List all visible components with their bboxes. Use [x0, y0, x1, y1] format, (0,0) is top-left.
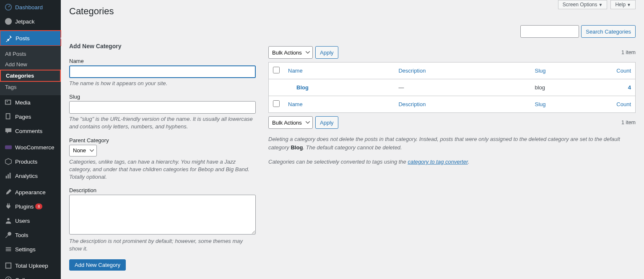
select-all-checkbox-bottom[interactable] [273, 100, 280, 107]
svg-rect-13 [6, 263, 11, 269]
collapse-icon [4, 276, 13, 279]
main-content: Screen Options▼ Help▼ Categories Search … [61, 0, 644, 279]
bulk-actions-select-top[interactable]: Bulk Actions [268, 46, 313, 59]
sidebar-item-total-upkeep[interactable]: Total Upkeep [0, 258, 61, 273]
sidebar-label: Tools [15, 232, 29, 238]
submenu-categories[interactable]: Categories [0, 70, 61, 82]
select-all-checkbox-top[interactable] [273, 67, 280, 73]
svg-rect-10 [6, 248, 11, 248]
sidebar-item-collapse[interactable]: Collapse menu [0, 273, 61, 279]
chevron-down-icon: ▼ [627, 3, 631, 7]
sidebar-item-appearance[interactable]: Appearance [0, 185, 61, 199]
category-to-tag-converter-link[interactable]: category to tag converter [408, 159, 467, 165]
sidebar-item-dashboard[interactable]: Dashboard [0, 0, 61, 14]
sidebar-item-comments[interactable]: Comments [0, 124, 61, 138]
sidebar-item-products[interactable]: Products [0, 154, 61, 169]
search-categories-input[interactable] [520, 25, 579, 38]
users-icon [4, 216, 13, 225]
col-slug[interactable]: Slug [535, 68, 545, 74]
media-icon [4, 98, 13, 107]
category-description-textarea[interactable] [69, 195, 256, 235]
submenu-all-posts[interactable]: All Posts [0, 49, 61, 59]
tools-icon [4, 231, 13, 239]
pages-icon [4, 112, 13, 121]
apply-button-bottom[interactable]: Apply [315, 116, 338, 129]
col-count-foot[interactable]: Count [616, 101, 631, 107]
sidebar-item-analytics[interactable]: Analytics [0, 169, 61, 183]
col-name-foot[interactable]: Name [288, 101, 303, 107]
sidebar-label: Plugins [15, 203, 34, 210]
parent-category-select[interactable]: None [69, 145, 97, 156]
sidebar-item-users[interactable]: Users [0, 214, 61, 228]
sidebar-item-tools[interactable]: Tools [0, 228, 61, 242]
upkeep-icon [4, 261, 13, 270]
bulk-actions-select-bottom[interactable]: Bulk Actions [268, 116, 313, 129]
svg-rect-6 [6, 176, 7, 178]
svg-point-1 [5, 18, 12, 25]
dashboard-icon [4, 3, 13, 11]
parent-hint: Categories, unlike tags, can have a hier… [69, 158, 256, 181]
category-name-input[interactable] [69, 65, 256, 78]
plugin-icon [4, 202, 13, 211]
sidebar-item-woocommerce[interactable]: WooCommerce [0, 140, 61, 154]
sidebar-item-jetpack[interactable]: Jetpack [0, 14, 61, 29]
sidebar-label: Posts [16, 35, 30, 42]
parent-label: Parent Category [69, 137, 256, 143]
sidebar-label: Total Upkeep [15, 263, 48, 269]
products-icon [4, 157, 13, 166]
add-category-form: Add New Category Name The name is how it… [69, 43, 256, 271]
col-slug-foot[interactable]: Slug [535, 101, 545, 107]
settings-icon [4, 245, 13, 253]
row-count-link[interactable]: 4 [628, 84, 631, 91]
svg-rect-11 [6, 249, 11, 250]
posts-submenu: All Posts Add New Categories Tags [0, 46, 61, 95]
name-hint: The name is how it appears on your site. [69, 80, 256, 87]
svg-rect-2 [5, 100, 11, 104]
chevron-down-icon: ▼ [599, 3, 603, 7]
sidebar-item-plugins[interactable]: Plugins 8 [0, 199, 61, 214]
delete-note: Deleting a category does not delete the … [268, 135, 636, 151]
help-button[interactable]: Help▼ [610, 0, 636, 9]
svg-rect-4 [6, 114, 10, 119]
slug-hint: The "slug" is the URL-friendly version o… [69, 115, 256, 130]
sidebar-item-media[interactable]: Media [0, 95, 61, 110]
jetpack-icon [4, 17, 13, 26]
sidebar-item-posts[interactable]: Posts [0, 31, 60, 45]
category-slug-input[interactable] [69, 101, 256, 114]
sidebar-label: Jetpack [15, 18, 35, 25]
sidebar-label: Collapse menu [15, 277, 53, 279]
row-name-link[interactable]: Blog [296, 84, 309, 91]
description-label: Description [69, 187, 256, 193]
items-count-top: 1 item [621, 50, 636, 55]
search-categories-button[interactable]: Search Categories [581, 25, 636, 38]
col-count[interactable]: Count [616, 68, 631, 74]
sidebar-item-pages[interactable]: Pages [0, 110, 61, 124]
svg-rect-8 [10, 173, 11, 179]
convert-note: Categories can be selectively converted … [268, 158, 636, 166]
sidebar-label: Pages [15, 114, 31, 120]
sidebar-label: Settings [15, 246, 36, 253]
col-description[interactable]: Description [398, 68, 426, 74]
submenu-add-new[interactable]: Add New [0, 59, 61, 70]
col-description-foot[interactable]: Description [398, 101, 426, 107]
sidebar-label: Products [15, 159, 37, 165]
add-category-button[interactable]: Add New Category [69, 259, 126, 271]
sidebar-item-settings[interactable]: Settings [0, 242, 61, 256]
analytics-icon [4, 172, 13, 180]
items-count-bottom: 1 item [621, 120, 636, 125]
sidebar-label: Media [15, 99, 31, 106]
row-slug: blog [530, 79, 604, 96]
description-hint: The description is not prominent by defa… [69, 237, 256, 253]
sidebar-label: Users [15, 218, 30, 224]
svg-rect-12 [6, 250, 11, 251]
svg-point-9 [7, 218, 9, 220]
plugins-update-badge: 8 [35, 203, 42, 210]
sidebar-label: Analytics [15, 173, 38, 179]
apply-button-top[interactable]: Apply [315, 46, 338, 59]
svg-rect-7 [8, 174, 9, 178]
screen-options-button[interactable]: Screen Options▼ [558, 0, 608, 9]
submenu-tags[interactable]: Tags [0, 82, 61, 92]
col-name[interactable]: Name [288, 68, 303, 74]
table-row: Blog — blog 4 [269, 79, 636, 96]
svg-point-3 [7, 101, 8, 102]
